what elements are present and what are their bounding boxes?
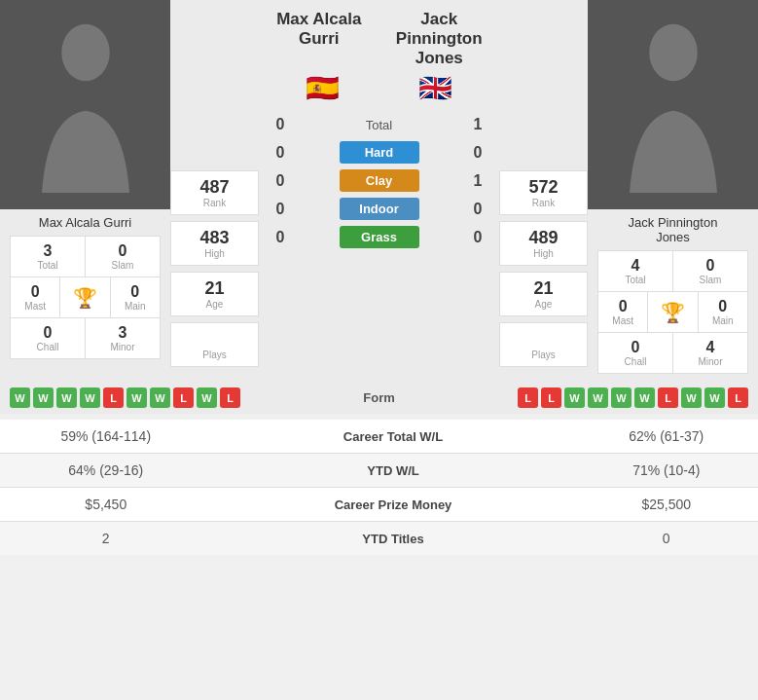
- top-area: Max Alcala Gurri 3 Total 0 Slam 0 Mast 🏆: [0, 0, 758, 382]
- left-rank-col: 487 Rank 483 High 21 Age Plays: [170, 0, 263, 374]
- right-stat-minor: 4 Minor: [673, 333, 747, 373]
- form-pill-left: L: [220, 387, 240, 408]
- right-name-header: Jack Pinnington Jones: [387, 10, 492, 68]
- form-pill-right: W: [681, 387, 702, 408]
- left-high-box: 483 High: [170, 221, 259, 266]
- player-names-row: Max Alcala Gurri Jack Pinnington Jones: [267, 10, 491, 68]
- form-pill-right: L: [518, 387, 538, 408]
- stat-right-value: 71% (10-4): [575, 454, 758, 488]
- form-pill-left: L: [173, 387, 194, 408]
- surface-row-hard: 0 Hard 0: [267, 141, 491, 164]
- stat-label: Career Prize Money: [212, 488, 575, 522]
- svg-point-0: [61, 23, 110, 81]
- stat-right-value: $25,500: [575, 488, 758, 522]
- right-plays-box: Plays: [499, 322, 588, 367]
- form-pill-left: W: [33, 387, 54, 408]
- left-stat-total: 3 Total: [11, 237, 86, 276]
- right-player-stats: 4 Total 0 Slam 0 Mast 🏆 0 Main: [597, 250, 748, 374]
- right-player-photo: [588, 0, 758, 209]
- stat-label: YTD Titles: [212, 522, 575, 556]
- right-flag: 🇬🇧: [418, 72, 452, 104]
- right-form-pills: LLWWWWLWWL: [518, 387, 748, 408]
- left-flag: 🇪🇸: [306, 72, 340, 104]
- left-stat-slam: 0 Slam: [86, 237, 160, 276]
- form-pill-right: W: [588, 387, 608, 408]
- form-pill-left: W: [56, 387, 77, 408]
- left-plays-box: Plays: [170, 322, 259, 367]
- left-name-header: Max Alcala Gurri: [267, 10, 372, 68]
- left-age-box: 21 Age: [170, 272, 259, 316]
- form-pill-left: L: [103, 387, 124, 408]
- stat-label: Career Total W/L: [212, 420, 575, 454]
- right-rank-col: 572 Rank 489 High 21 Age Plays: [495, 0, 588, 374]
- form-pill-right: W: [611, 387, 632, 408]
- right-stat-chall: 0 Chall: [598, 333, 673, 373]
- right-age-box: 21 Age: [499, 272, 588, 316]
- svg-point-1: [649, 23, 698, 81]
- form-section: WWWWLWWLWL Form LLWWWWLWWL: [0, 382, 758, 414]
- form-pill-left: W: [126, 387, 147, 408]
- left-player-silhouette: [27, 18, 144, 193]
- form-pill-right: L: [541, 387, 561, 408]
- form-pill-left: W: [10, 387, 30, 408]
- stat-left-value: 2: [0, 522, 212, 556]
- left-form-pills: WWWWLWWLWL: [10, 387, 240, 408]
- trophy-icon-right: 🏆: [648, 292, 698, 332]
- right-stat-main: 0 Main: [699, 292, 747, 332]
- stat-row: 2 YTD Titles 0: [0, 522, 758, 556]
- flags-row: 🇪🇸 🇬🇧: [267, 72, 491, 104]
- left-stat-main: 0 Main: [111, 277, 160, 317]
- form-pill-left: W: [80, 387, 100, 408]
- form-pill-right: L: [658, 387, 678, 408]
- left-stat-minor: 3 Minor: [86, 318, 160, 358]
- left-player-stats: 3 Total 0 Slam 0 Mast 🏆 0 Main: [10, 236, 161, 359]
- stat-left-value: 59% (164-114): [0, 420, 212, 454]
- surface-row-grass: 0 Grass 0: [267, 226, 491, 248]
- surface-row-indoor: 0 Indoor 0: [267, 198, 491, 220]
- left-player-col: Max Alcala Gurri 3 Total 0 Slam 0 Mast 🏆: [0, 0, 170, 374]
- left-stat-mast: 0 Mast: [11, 277, 60, 317]
- right-player-col: Jack Pinnington Jones 4 Total 0 Slam 0 M…: [588, 0, 758, 374]
- stats-table: 59% (164-114) Career Total W/L 62% (61-3…: [0, 420, 758, 555]
- form-pill-left: W: [150, 387, 170, 408]
- form-pill-right: W: [634, 387, 655, 408]
- trophy-icon-left: 🏆: [60, 277, 110, 317]
- total-row: 0 Total 1: [267, 116, 491, 133]
- left-rank-box: 487 Rank: [170, 170, 259, 215]
- right-rank-box: 572 Rank: [499, 170, 588, 215]
- right-stat-slam: 0 Slam: [673, 251, 747, 291]
- stat-row: 59% (164-114) Career Total W/L 62% (61-3…: [0, 420, 758, 454]
- form-pill-right: W: [564, 387, 585, 408]
- stat-right-value: 0: [575, 522, 758, 556]
- stat-left-value: 64% (29-16): [0, 454, 212, 488]
- stat-row: 64% (29-16) YTD W/L 71% (10-4): [0, 454, 758, 488]
- right-player-name: Jack Pinnington Jones: [629, 215, 718, 244]
- right-stat-mast: 0 Mast: [598, 292, 648, 332]
- surface-row-clay: 0 Clay 1: [267, 169, 491, 192]
- form-pill-left: W: [197, 387, 217, 408]
- left-player-photo: [0, 0, 170, 209]
- form-pill-right: W: [704, 387, 725, 408]
- form-pill-right: L: [728, 387, 748, 408]
- right-stat-total: 4 Total: [598, 251, 673, 291]
- center-col: Max Alcala Gurri Jack Pinnington Jones 🇪…: [263, 0, 495, 374]
- left-stat-chall: 0 Chall: [11, 318, 86, 358]
- stat-label: YTD W/L: [212, 454, 575, 488]
- left-player-name: Max Alcala Gurri: [39, 215, 131, 230]
- right-player-silhouette: [615, 18, 732, 193]
- stat-right-value: 62% (61-37): [575, 420, 758, 454]
- stat-row: $5,450 Career Prize Money $25,500: [0, 488, 758, 522]
- stat-left-value: $5,450: [0, 488, 212, 522]
- form-label: Form: [350, 390, 409, 405]
- right-high-box: 489 High: [499, 221, 588, 266]
